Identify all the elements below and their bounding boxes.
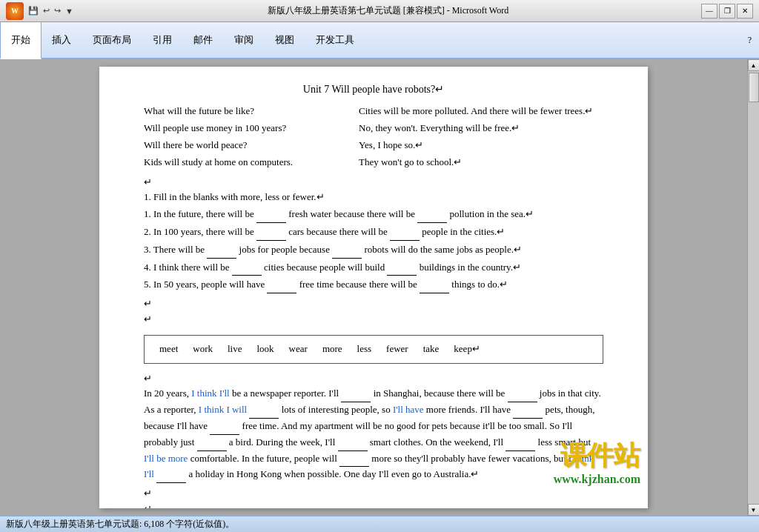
passage-text: In 20 years, I think I'll be a newspaper…: [144, 386, 603, 483]
status-text: 新版八年级上册英语第七单元试题: 6,108 个字符(近似值)。: [6, 518, 234, 531]
paragraph-break-2: ↵: [144, 296, 603, 312]
tab-developer[interactable]: 开发工具: [305, 22, 365, 58]
p-blank-3: [249, 402, 279, 419]
tab-view[interactable]: 视图: [265, 22, 305, 58]
ribbon: 开始 插入 页面布局 引用 邮件 审阅 视图 开发工具 ?: [0, 22, 759, 59]
customize-button[interactable]: ▼: [64, 7, 75, 16]
undo-button[interactable]: ↩: [42, 6, 51, 16]
intro-left-2: Will people use money in 100 years?: [144, 121, 351, 136]
blank-5-1: [267, 277, 296, 293]
p-blank-5: [210, 419, 239, 435]
restore-button[interactable]: ❐: [719, 4, 735, 19]
office-logo: W: [6, 2, 24, 20]
p-blank-4: [513, 402, 543, 419]
blank-4-1: [232, 260, 262, 276]
save-button[interactable]: 💾: [27, 6, 40, 16]
title-bar: W 💾 ↩ ↪ ▼ 新版八年级上册英语第七单元试题 [兼容模式] - Micro…: [0, 0, 759, 22]
word-fewer: fewer: [386, 342, 408, 357]
section1-item5: 5. In 50 years, people will have free ti…: [144, 277, 603, 293]
minimize-button[interactable]: —: [701, 4, 717, 19]
tab-home[interactable]: 开始: [0, 22, 42, 59]
blank-2-2: [390, 225, 420, 241]
word-less: less: [357, 342, 372, 357]
close-button[interactable]: ✕: [737, 4, 753, 19]
word-keep: keep↵: [454, 342, 480, 357]
tab-page-layout[interactable]: 页面布局: [82, 22, 142, 58]
watermark: 课件站 www.kjzhan.com: [554, 440, 640, 486]
word-live: live: [228, 342, 242, 357]
p-blank-9: [339, 451, 369, 468]
tab-mail[interactable]: 邮件: [183, 22, 224, 58]
watermark-title: 课件站: [554, 440, 640, 472]
intro-left-1: What will the future be like?: [144, 104, 351, 119]
intro-right-2: No, they won't. Everything will be free.…: [359, 121, 603, 136]
word-work: work: [193, 342, 213, 357]
word-take: take: [423, 342, 440, 357]
intro-left-4: Kids will study at home on computers.: [144, 155, 351, 170]
blank-4-2: [387, 260, 417, 276]
document-page: Unit 7 Will people have robots?↵ What wi…: [99, 67, 648, 508]
scrollbar-vertical[interactable]: ▲ ▼: [747, 59, 759, 516]
tab-review[interactable]: 审阅: [224, 22, 265, 58]
document-title: Unit 7 Will people have robots?↵: [144, 82, 603, 98]
word-look: look: [256, 342, 274, 357]
blank-3-1: [207, 242, 236, 259]
tab-references[interactable]: 引用: [142, 22, 183, 58]
intro-row-3: Will there be world peace? Yes, I hope s…: [144, 138, 603, 153]
document-container[interactable]: Unit 7 Will people have robots?↵ What wi…: [0, 59, 747, 516]
scroll-up-button[interactable]: ▲: [748, 59, 760, 71]
paragraph-break-3: ↵: [144, 312, 603, 327]
p-blank-10: [156, 467, 186, 483]
section1-item1: 1. In the future, there will be fresh wa…: [144, 207, 603, 223]
p-blank-2: [508, 386, 537, 402]
intro-left-3: Will there be world peace?: [144, 138, 351, 153]
paragraph-break-1: ↵: [144, 175, 603, 190]
p-blank-6: [197, 435, 227, 451]
scroll-track[interactable]: [748, 71, 759, 504]
redo-button[interactable]: ↪: [53, 6, 62, 16]
section1-item2: 2. In 100 years, there will be cars beca…: [144, 225, 603, 241]
document-content: What will the future be like? Cities wil…: [144, 104, 603, 508]
p-blank-1: [341, 386, 371, 402]
word-more: more: [322, 342, 342, 357]
blank-3-2: [332, 242, 362, 259]
scroll-thumb[interactable]: [749, 73, 759, 102]
blank-1-2: [417, 207, 447, 223]
blank-2-1: [256, 225, 286, 241]
status-bar: 新版八年级上册英语第七单元试题: 6,108 个字符(近似值)。: [0, 516, 759, 532]
word-meet: meet: [159, 342, 178, 357]
scroll-down-button[interactable]: ▼: [748, 504, 760, 516]
intro-row-2: Will people use money in 100 years? No, …: [144, 121, 603, 136]
paragraph-break-4: ↵: [144, 371, 603, 387]
paragraph-break-6: ↵: [144, 502, 603, 508]
main-area: Unit 7 Will people have robots?↵ What wi…: [0, 59, 759, 516]
word-box: meet work live look wear more less fewer…: [144, 335, 603, 364]
intro-row-4: Kids will study at home on computers. Th…: [144, 155, 603, 170]
window-controls: — ❐ ✕: [701, 4, 753, 19]
blank-5-2: [420, 277, 449, 293]
quick-access: 💾 ↩ ↪ ▼: [27, 6, 75, 16]
section1-item3: 3. There will be jobs for people because…: [144, 242, 603, 259]
intro-right-4: They won't go to school.↵: [359, 155, 603, 170]
section1-item4: 4. I think there will be cities because …: [144, 260, 603, 276]
tab-insert[interactable]: 插入: [42, 22, 82, 58]
intro-row-1: What will the future be like? Cities wil…: [144, 104, 603, 119]
word-wear: wear: [289, 342, 308, 357]
blank-1-1: [256, 207, 286, 223]
window-title: 新版八年级上册英语第七单元试题 [兼容模式] - Microsoft Word: [75, 4, 701, 17]
p-blank-7: [338, 435, 368, 451]
section1-header: 1. Fill in the blanks with more, less or…: [144, 190, 603, 205]
intro-right-1: Cities will be more polluted. And there …: [359, 104, 603, 119]
help-button[interactable]: ?: [740, 22, 759, 58]
title-bar-left: W 💾 ↩ ↪ ▼: [6, 2, 75, 20]
p-blank-8: [506, 435, 535, 451]
paragraph-break-5: ↵: [144, 486, 603, 502]
watermark-url: www.kjzhan.com: [554, 472, 640, 486]
intro-right-3: Yes, I hope so.↵: [359, 138, 603, 153]
